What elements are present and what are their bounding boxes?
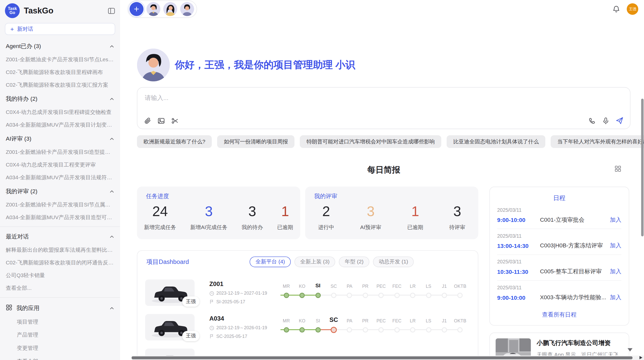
sidebar-section-header[interactable]: Agent已办 (3): [0, 39, 120, 54]
milestone-label: SC: [329, 315, 338, 323]
collapse-sidebar-icon[interactable]: [108, 7, 115, 14]
schedule-card: 日程 2025/03/119:00-10:00C001-立项审批会加入2025/…: [489, 187, 629, 326]
milestone-label: PA: [347, 280, 352, 289]
milestone-node-box: [458, 292, 463, 298]
recent-chats-header[interactable]: 最近对话: [0, 229, 120, 244]
milestone-label: OKTB: [454, 315, 466, 323]
milestone-node[interactable]: [410, 327, 415, 332]
sidebar-item[interactable]: C02-飞腾新能源轻客改款项目立项汇报方案: [0, 79, 120, 92]
recent-chat-item[interactable]: 公司Q3轻卡销量: [0, 269, 120, 282]
suggestion-chip[interactable]: 当下年轻人对汽车外观有怎样的喜好趋势: [551, 135, 644, 148]
view-all-schedule-link[interactable]: 查看所有日程: [497, 306, 621, 323]
milestone-node[interactable]: [347, 292, 352, 298]
join-meeting-link[interactable]: 加入: [610, 294, 621, 301]
sidebar-item[interactable]: A034-全新新能源MUV产品开发项目法规符合性评审: [0, 171, 120, 184]
milestone-node[interactable]: [299, 292, 305, 298]
milestone-node[interactable]: [331, 292, 336, 298]
dashboard-filter-chip[interactable]: 全新平台 (4): [250, 257, 291, 267]
recent-chat-item[interactable]: 解释最新出台的欧盟报废车法规再生塑料比例被调至15%...: [0, 244, 120, 257]
assistant-avatar-3[interactable]: [180, 2, 194, 16]
microphone-icon[interactable]: [602, 117, 609, 124]
user-avatar[interactable]: 王强: [627, 3, 638, 15]
sidebar-item[interactable]: Z001-全新燃油皮卡产品开发项目SI节点Lesson Learn报告: [0, 53, 120, 66]
recent-chat-item[interactable]: C02-飞腾新能源轻客改款项目的闭环通告反馈情况: [0, 257, 120, 269]
join-meeting-link[interactable]: 加入: [610, 242, 621, 249]
horizontal-scrollbar[interactable]: [131, 356, 644, 360]
milestone-node[interactable]: [378, 292, 384, 298]
milestone-node[interactable]: [458, 327, 463, 332]
milestone-node[interactable]: [394, 292, 400, 298]
sidebar-item[interactable]: C02-飞腾新能源轻客改款项目里程碑画布: [0, 66, 120, 79]
milestone-node[interactable]: [315, 292, 320, 298]
milestone-node[interactable]: [410, 292, 415, 298]
scroll-down-arrow[interactable]: [627, 348, 632, 352]
suggestion-chip[interactable]: 特朗普可能对进口汽车增税会对中国车企造成哪些影响: [300, 135, 441, 148]
milestone-node-box: [284, 292, 289, 298]
layout-grid-icon[interactable]: [614, 165, 621, 172]
stat-label: 已逾期: [407, 224, 423, 231]
join-meeting-link[interactable]: 加入: [610, 268, 621, 275]
milestone-node[interactable]: [331, 327, 337, 333]
add-assistant-button[interactable]: [129, 2, 143, 16]
milestone-node[interactable]: [347, 327, 352, 332]
sidebar-section-header[interactable]: 我的待办 (2): [0, 92, 120, 106]
vertical-scrollbar-thumb[interactable]: [641, 99, 644, 236]
input-attachments: [144, 117, 179, 125]
milestone-node[interactable]: [442, 327, 447, 332]
schedule-event: 2025/03/119:00-10:00X003-车辆动力学性能验...加入: [497, 281, 621, 306]
join-meeting-link[interactable]: 加入: [610, 216, 621, 223]
milestone-node[interactable]: [426, 292, 431, 298]
sidebar-item[interactable]: A034-全新新能源MUV产品开发项目造型可行性评审: [0, 211, 120, 224]
phone-icon[interactable]: [589, 117, 596, 124]
milestone-node[interactable]: [299, 327, 305, 332]
milestone-node[interactable]: [442, 292, 447, 298]
milestone-node[interactable]: [363, 292, 368, 298]
milestone-node[interactable]: [363, 327, 368, 332]
sidebar-item[interactable]: Z001-全新燃油轻卡产品开发项目SI造型提交物评审: [0, 146, 120, 159]
send-icon[interactable]: [616, 117, 623, 125]
event-time: 13:00-14:30: [497, 243, 537, 249]
view-all-apps[interactable]: 查看全部...: [0, 355, 120, 360]
milestone-node[interactable]: [315, 327, 320, 332]
app-item[interactable]: 项目管理: [0, 315, 120, 328]
milestone-node[interactable]: [458, 292, 463, 298]
sidebar-item[interactable]: Z001-全新燃油轻卡产品开发项目SI节点属性5D文件评审: [0, 199, 120, 211]
app-item[interactable]: 产品管理: [0, 328, 120, 342]
sidebar-item[interactable]: C0X4-动力总成开发项目工程变更评审: [0, 159, 120, 171]
suggestion-chip[interactable]: 如何写一份清晰的项目周报: [217, 135, 295, 148]
app-item[interactable]: 变更管理: [0, 342, 120, 355]
new-chat-button[interactable]: + 新对话: [5, 23, 115, 35]
milestone-node-box: [442, 326, 447, 333]
sidebar-section-header[interactable]: 我的评审 (2): [0, 184, 120, 199]
scissors-icon[interactable]: [171, 117, 179, 125]
sidebar-section-header[interactable]: AI评审 (3): [0, 131, 120, 146]
dashboard-filter-chip[interactable]: 全新上装 (3): [295, 257, 335, 267]
event-time: 9:00-10:00: [497, 294, 537, 301]
chat-input[interactable]: [141, 90, 494, 105]
suggestion-chip[interactable]: 比亚迪全固态电池计划具体说了什么: [447, 135, 545, 148]
view-all-chats[interactable]: 查看全部...: [0, 282, 120, 295]
scroll-right-arrow[interactable]: [639, 356, 642, 359]
milestone-node[interactable]: [284, 327, 289, 332]
milestone-label: FEC: [392, 280, 402, 289]
stat: 2进行中: [318, 203, 334, 231]
paperclip-icon[interactable]: [144, 117, 151, 125]
milestone-node[interactable]: [378, 327, 384, 332]
notifications-bell-icon[interactable]: [612, 5, 620, 13]
sidebar-item[interactable]: A034-全新新能源MUV产品开发项目计划变更表编写: [0, 119, 120, 131]
project-row: 王强A0342023-12-19～2026-01-19SC-2025-05-17…: [137, 314, 478, 340]
dashboard-filter-chip[interactable]: 年型 (2): [339, 257, 369, 267]
milestone-node[interactable]: [284, 292, 289, 298]
my-apps-header[interactable]: 我的应用: [0, 300, 120, 315]
milestone-node[interactable]: [394, 327, 400, 332]
dashboard-filter-chip[interactable]: 动总开发 (1): [373, 257, 414, 267]
horizontal-scrollbar-thumb[interactable]: [131, 356, 632, 359]
assistant-avatar-1[interactable]: [147, 2, 160, 16]
image-icon[interactable]: [157, 117, 165, 125]
suggestion-chip[interactable]: 欧洲新规最近颁布了什么?: [137, 135, 212, 148]
milestone-node[interactable]: [426, 327, 431, 332]
assistant-avatar-2[interactable]: [163, 2, 177, 16]
sidebar-item[interactable]: C0X4-动力总成开发项目SI里程碑提交物检查: [0, 106, 120, 119]
vertical-scrollbar[interactable]: [641, 0, 644, 360]
stat-label: AI预评审: [360, 224, 381, 231]
